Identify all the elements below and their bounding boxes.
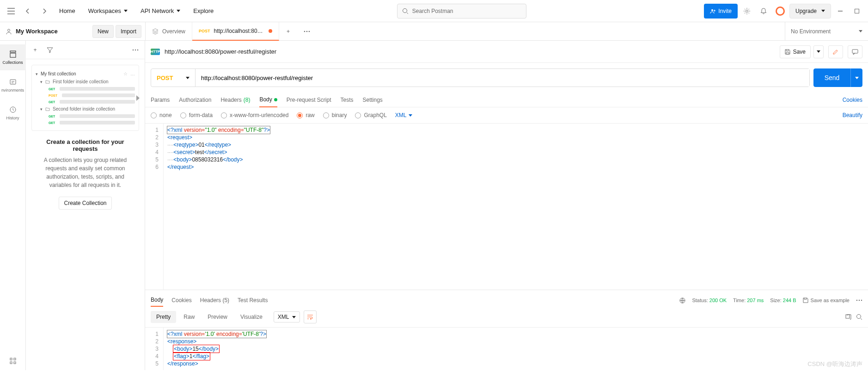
- svg-point-7: [308, 31, 310, 32]
- tab-prerequest[interactable]: Pre-request Script: [287, 93, 331, 107]
- comment-icon[interactable]: [848, 45, 862, 58]
- expand-caret-icon[interactable]: [136, 95, 140, 101]
- svg-point-4: [8, 29, 10, 31]
- response-fmt-preview[interactable]: Preview: [202, 311, 233, 323]
- left-rail: Collections nvironments History: [0, 41, 26, 370]
- settings-icon[interactable]: [740, 4, 754, 19]
- response-tab-headers[interactable]: Headers (5): [200, 294, 229, 306]
- rail-history[interactable]: History: [0, 100, 26, 126]
- nav-api-network[interactable]: API Network: [135, 4, 186, 18]
- tab-tests[interactable]: Tests: [340, 93, 353, 107]
- tab-authorization[interactable]: Authorization: [179, 93, 211, 107]
- new-button[interactable]: New: [92, 25, 114, 38]
- save-as-example-button[interactable]: Save as example: [803, 298, 850, 303]
- response-tab-cookies[interactable]: Cookies: [171, 294, 191, 306]
- body-type-raw[interactable]: raw: [297, 112, 314, 118]
- body-type-none[interactable]: none: [151, 112, 172, 118]
- time-value: 207 ms: [747, 298, 764, 303]
- request-body-editor[interactable]: 123456 <?xml version="1.0" encoding="UTF…: [145, 124, 868, 290]
- save-example-label: Save as example: [811, 298, 850, 303]
- history-icon: [9, 105, 17, 114]
- tab-params[interactable]: Params: [151, 93, 170, 107]
- rail-more[interactable]: [0, 352, 26, 370]
- tab-overview[interactable]: Overview: [146, 22, 192, 41]
- response-fmt-raw[interactable]: Raw: [178, 311, 200, 323]
- save-button[interactable]: Save: [780, 45, 811, 58]
- tab-headers[interactable]: Headers (8): [220, 93, 250, 107]
- search-input[interactable]: Search Postman: [397, 4, 526, 19]
- response-body-editor[interactable]: 12345 <?xml version='1.0' encoding='UTF-…: [145, 328, 868, 370]
- import-button[interactable]: Import: [116, 25, 141, 38]
- url-input[interactable]: [196, 69, 809, 87]
- headers-count: (8): [244, 97, 251, 103]
- method-get-badge: GET: [49, 115, 55, 118]
- environment-select[interactable]: No Environment: [785, 22, 868, 41]
- send-dropdown[interactable]: [850, 68, 862, 87]
- back-button[interactable]: [20, 4, 35, 19]
- rail-environments[interactable]: nvironments: [0, 72, 26, 98]
- response-tab-tests[interactable]: Test Results: [238, 294, 268, 306]
- method-select[interactable]: POST: [151, 69, 196, 87]
- response-tab-body[interactable]: Body: [151, 294, 163, 307]
- chevron-down-icon: [177, 10, 180, 12]
- save-dropdown[interactable]: [813, 45, 824, 58]
- chevron-down-icon: [821, 10, 825, 12]
- create-collection-button[interactable]: Create Collection: [59, 197, 111, 210]
- tab-options-icon[interactable]: [298, 31, 316, 32]
- edit-icon[interactable]: [828, 45, 843, 58]
- rail-collections[interactable]: Collections: [0, 44, 26, 70]
- cookies-link[interactable]: Cookies: [843, 97, 862, 103]
- copy-icon[interactable]: [845, 314, 851, 320]
- maximize-window-icon[interactable]: [850, 4, 864, 19]
- nav-workspaces[interactable]: Workspaces: [83, 4, 133, 18]
- beautify-button[interactable]: Beautify: [843, 112, 862, 118]
- radio-label: form-data: [189, 112, 213, 118]
- response-fmt-pretty[interactable]: Pretty: [151, 311, 176, 323]
- empty-title: Create a collection for your requests: [35, 138, 135, 152]
- avatar-icon[interactable]: [773, 4, 788, 19]
- svg-point-18: [137, 49, 138, 50]
- nav-explore[interactable]: Explore: [188, 4, 219, 18]
- body-type-formdata[interactable]: form-data: [180, 112, 213, 118]
- tab-request[interactable]: POST http://localhost:8080/: [192, 22, 279, 41]
- language-select[interactable]: XML: [395, 112, 412, 118]
- status-value: 200 OK: [709, 298, 727, 303]
- upgrade-button[interactable]: Upgrade: [789, 4, 831, 19]
- nav-home[interactable]: Home: [54, 4, 81, 18]
- chevron-down-icon: [124, 10, 128, 12]
- save-label: Save: [793, 49, 806, 55]
- workspace-label[interactable]: My Workspace: [0, 28, 63, 35]
- wrap-lines-icon[interactable]: [304, 310, 317, 323]
- notifications-icon[interactable]: [756, 4, 771, 19]
- response-language-select[interactable]: XML: [274, 311, 300, 322]
- body-type-binary[interactable]: binary: [323, 112, 347, 118]
- rail-history-label: History: [6, 116, 19, 120]
- body-type-graphql[interactable]: GraphQL: [355, 112, 386, 118]
- svg-point-17: [135, 49, 136, 50]
- filter-icon[interactable]: [44, 44, 55, 56]
- more-icon[interactable]: [856, 299, 862, 301]
- send-button[interactable]: Send: [813, 68, 850, 87]
- svg-rect-10: [10, 80, 16, 84]
- tab-overview-label: Overview: [162, 28, 185, 35]
- body-type-urlencoded[interactable]: x-www-form-urlencoded: [221, 112, 288, 118]
- search-response-icon[interactable]: [856, 314, 862, 320]
- add-collection-button[interactable]: +: [30, 44, 41, 56]
- radio-label: binary: [332, 112, 347, 118]
- sidebar-options-icon[interactable]: [130, 44, 141, 56]
- chevron-down-icon: [817, 50, 820, 53]
- tab-settings[interactable]: Settings: [363, 93, 383, 107]
- svg-rect-13: [14, 358, 16, 360]
- forward-button[interactable]: [37, 4, 52, 19]
- tab-body[interactable]: Body: [259, 93, 277, 107]
- hamburger-icon[interactable]: [4, 4, 18, 19]
- chevron-down-icon: [409, 114, 412, 117]
- save-icon: [803, 298, 808, 303]
- response-fmt-visualize[interactable]: Visualize: [235, 311, 268, 323]
- radio-label: raw: [306, 112, 314, 118]
- new-tab-button[interactable]: +: [279, 28, 298, 35]
- invite-button[interactable]: Invite: [704, 4, 738, 19]
- line-gutter: 123456: [145, 124, 164, 290]
- minimize-window-icon[interactable]: [833, 4, 848, 19]
- nav-api-network-label: API Network: [141, 7, 174, 14]
